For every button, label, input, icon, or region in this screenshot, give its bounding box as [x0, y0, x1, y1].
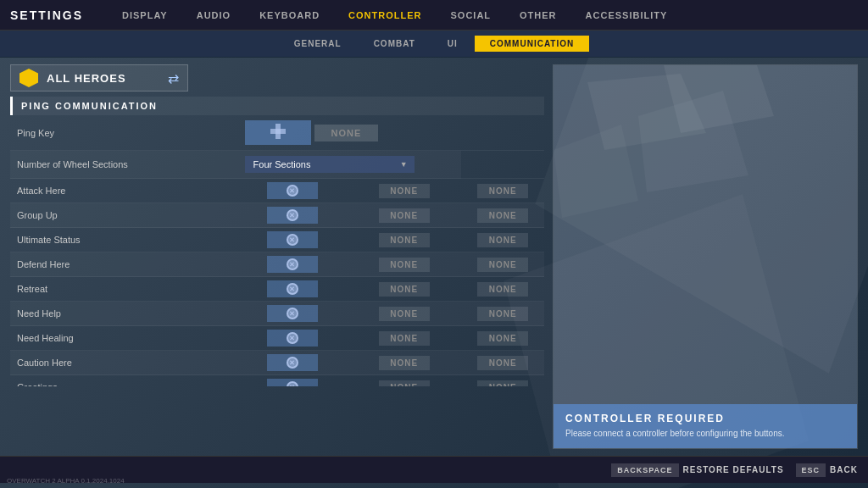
ping-key-button[interactable]: [245, 120, 311, 145]
binding-btn[interactable]: [267, 207, 318, 224]
table-row: Retreat NONE NONE: [10, 277, 544, 302]
binding-btn[interactable]: [267, 305, 318, 322]
none-slot-2: NONE: [477, 208, 528, 223]
gamepad-btn-icon: [287, 185, 298, 197]
esc-key-label: ESC: [796, 463, 826, 477]
main-content: ALL HEROES ⇄ PING COMMUNICATION Ping Key: [0, 58, 868, 456]
back-button[interactable]: ESC BACK: [796, 463, 858, 477]
section-title-ping: PING COMMUNICATION: [10, 97, 544, 115]
row-label: Group Up: [10, 203, 238, 228]
hero-swap-icon[interactable]: ⇄: [168, 70, 179, 86]
nav-display[interactable]: DISPLAY: [108, 5, 181, 25]
nav-social[interactable]: SOCIAL: [437, 5, 504, 25]
controller-notice-title: CONTROLLER REQUIRED: [565, 413, 845, 424]
left-panel: ALL HEROES ⇄ PING COMMUNICATION Ping Key: [10, 64, 544, 449]
gamepad-btn-icon: [287, 234, 298, 246]
right-panel: CONTROLLER REQUIRED Please connect a con…: [553, 64, 858, 449]
header: SETTINGS DISPLAY AUDIO KEYBOARD CONTROLL…: [0, 0, 868, 30]
binding-btn[interactable]: [267, 354, 318, 371]
wheel-sections-row: Number of Wheel Sections Two Sections Th…: [10, 151, 544, 179]
table-row: Group Up NONE NONE: [10, 203, 544, 228]
subtab-general[interactable]: GENERAL: [279, 36, 357, 52]
none-slot-1: NONE: [379, 307, 430, 321]
nav-audio[interactable]: AUDIO: [183, 5, 244, 25]
nav-accessibility[interactable]: ACCESSIBILITY: [572, 5, 682, 25]
restore-defaults-button[interactable]: BACKSPACE RESTORE DEFAULTS: [611, 463, 783, 477]
hero-selector[interactable]: ALL HEROES ⇄: [10, 64, 188, 92]
row-label: Caution Here: [10, 351, 238, 375]
ping-key-label: Ping Key: [10, 115, 238, 151]
wheel-select-wrap: Two Sections Three Sections Four Section…: [245, 156, 415, 173]
ping-key-row: Ping Key NONE: [10, 115, 544, 151]
wheel-sections-select[interactable]: Two Sections Three Sections Four Section…: [245, 156, 415, 173]
row-label: Ultimate Status: [10, 228, 238, 252]
svg-marker-3: [664, 65, 774, 133]
none-slot-2: NONE: [477, 233, 528, 247]
none-slot-1: NONE: [379, 233, 430, 247]
table-row: Attack Here NONE NONE: [10, 179, 544, 203]
back-label: BACK: [830, 465, 858, 474]
none-slot-2: NONE: [477, 356, 528, 370]
controller-notice-text: Please connect a controller before confi…: [565, 428, 845, 440]
binding-btn[interactable]: [267, 256, 318, 273]
app-title: SETTINGS: [10, 8, 83, 22]
binding-btn[interactable]: [267, 182, 318, 199]
settings-table: Ping Key NONE Number of Wheel: [10, 115, 544, 386]
footer: BACKSPACE RESTORE DEFAULTS ESC BACK: [0, 456, 868, 483]
version-text: OVERWATCH 2 ALPHA 0.1.2024.1024: [7, 477, 125, 485]
sub-tabs-bar: GENERAL COMBAT UI COMMUNICATION: [0, 30, 868, 58]
main-nav: DISPLAY AUDIO KEYBOARD CONTROLLER SOCIAL…: [108, 5, 681, 25]
binding-btn[interactable]: [267, 280, 318, 297]
table-row: Defend Here NONE NONE: [10, 252, 544, 277]
none-slot-1: NONE: [379, 331, 430, 346]
none-slot-2: NONE: [477, 331, 528, 346]
settings-rows: Ping Key NONE Number of Wheel: [10, 115, 544, 386]
subtab-ui[interactable]: UI: [432, 36, 473, 52]
gamepad-btn-icon: [287, 357, 298, 369]
binding-btn[interactable]: [267, 379, 318, 386]
table-row: Need Healing NONE NONE: [10, 326, 544, 351]
dpad-icon: [270, 124, 286, 139]
gamepad-btn-icon: [287, 258, 298, 270]
subtab-communication[interactable]: COMMUNICATION: [475, 36, 589, 52]
row-label: Retreat: [10, 277, 238, 302]
right-panel-body: [554, 65, 857, 404]
none-slot-1: NONE: [379, 184, 430, 198]
none-slot-1: NONE: [379, 380, 430, 387]
hero-name: ALL HEROES: [47, 72, 126, 85]
binding-btn[interactable]: [267, 330, 318, 347]
gamepad-btn-icon: [287, 381, 298, 386]
backspace-key-label: BACKSPACE: [611, 463, 678, 477]
none-slot-2: NONE: [477, 380, 528, 387]
row-label: Attack Here: [10, 179, 238, 203]
gamepad-btn-icon: [287, 209, 298, 221]
table-row: Need Help NONE NONE: [10, 302, 544, 326]
binding-btn[interactable]: [267, 231, 318, 248]
table-row: Caution Here NONE NONE: [10, 351, 544, 375]
nav-keyboard[interactable]: KEYBOARD: [246, 5, 333, 25]
wheel-sections-label: Number of Wheel Sections: [10, 151, 238, 179]
restore-defaults-label: RESTORE DEFAULTS: [683, 465, 784, 474]
none-slot-1: NONE: [379, 282, 430, 297]
background-decoration: [554, 65, 857, 404]
hero-icon: [19, 69, 38, 87]
nav-other[interactable]: OTHER: [506, 5, 570, 25]
none-slot-1: NONE: [379, 258, 430, 272]
none-slot-2: NONE: [477, 258, 528, 272]
subtab-combat[interactable]: COMBAT: [359, 36, 431, 52]
gamepad-btn-icon: [287, 332, 298, 344]
ping-key-none: NONE: [314, 125, 379, 141]
row-label: Need Help: [10, 302, 238, 326]
none-slot-2: NONE: [477, 307, 528, 321]
table-row: Greetings NONE NONE: [10, 375, 544, 387]
row-label: Greetings: [10, 375, 238, 387]
none-slot-2: NONE: [477, 184, 528, 198]
none-slot-2: NONE: [477, 282, 528, 297]
row-label: Need Healing: [10, 326, 238, 351]
none-slot-1: NONE: [379, 356, 430, 370]
controller-notice: CONTROLLER REQUIRED Please connect a con…: [554, 404, 857, 448]
gamepad-btn-icon: [287, 308, 298, 319]
nav-controller[interactable]: CONTROLLER: [335, 5, 435, 25]
gamepad-btn-icon: [287, 283, 298, 295]
none-slot-1: NONE: [379, 208, 430, 223]
